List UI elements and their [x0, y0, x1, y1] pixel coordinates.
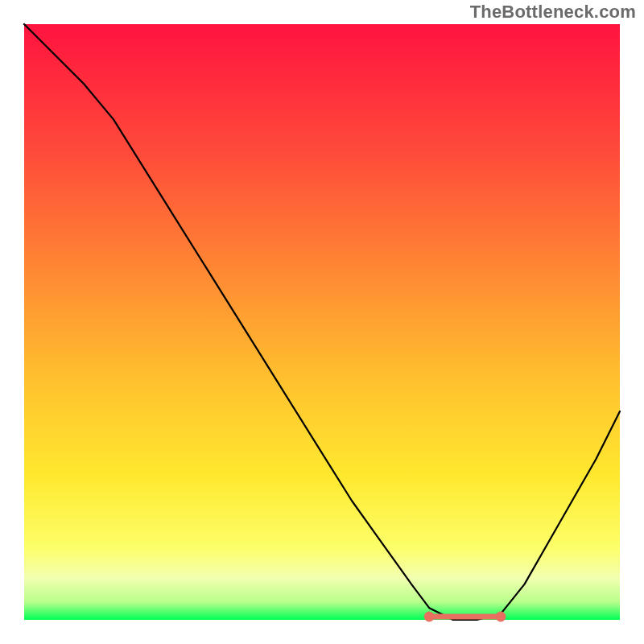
- optimal-range-bar: [429, 614, 501, 619]
- plot-background: [24, 24, 620, 620]
- optimal-range-end-dot: [496, 612, 506, 621]
- bottleneck-chart: [0, 0, 644, 644]
- optimal-range-start-dot: [424, 612, 434, 621]
- watermark-label: TheBottleneck.com: [470, 2, 636, 23]
